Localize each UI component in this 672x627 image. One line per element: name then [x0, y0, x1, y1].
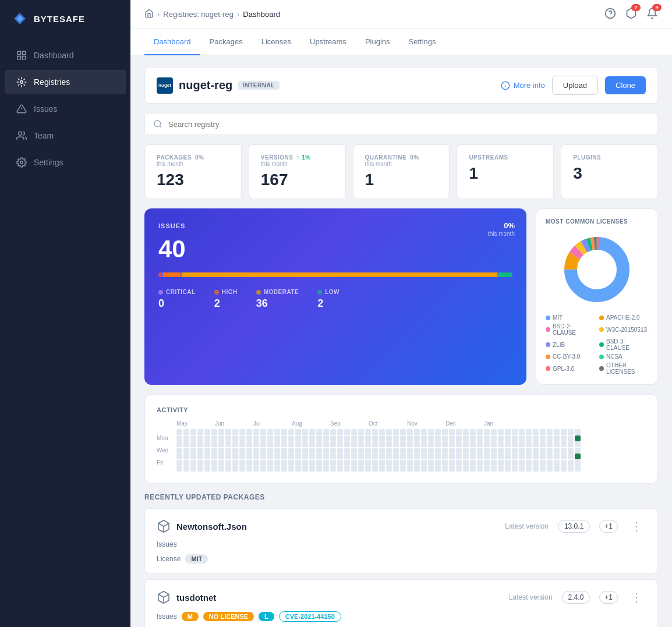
packages-button[interactable]: 2 [625, 8, 637, 22]
clone-button[interactable]: Clone [605, 76, 646, 94]
sidebar-item-label: Team [34, 131, 54, 140]
help-button[interactable] [604, 8, 616, 22]
legend-mit: MIT [546, 314, 595, 321]
tab-dashboard[interactable]: Dashboard [144, 29, 200, 55]
stat-label-quarantine: QUARANTINE 0% [365, 154, 438, 161]
stat-label-packages: PACKAGES 0% [157, 154, 229, 161]
svg-rect-1 [23, 51, 26, 54]
activity-row-0 [157, 429, 646, 435]
nav-tabs: Dashboard Packages Licenses Upstreams Pl… [130, 29, 672, 55]
bar-critical [158, 272, 162, 277]
kebab-menu-1[interactable]: ⋮ [627, 518, 646, 534]
stat-card-packages: PACKAGES 0% this month 123 [144, 144, 242, 199]
notifications-badge: 9 [652, 4, 662, 11]
stat-value-upstreams: 1 [469, 164, 542, 183]
stat-card-versions: VERSIONS ↑ 1% this month 167 [249, 144, 346, 199]
sidebar-item-team[interactable]: Team [5, 123, 126, 148]
svg-rect-0 [17, 51, 20, 54]
legend-dot-bsd3 [599, 342, 604, 347]
activity-row-2 [157, 441, 646, 447]
kebab-menu-2[interactable]: ⋮ [627, 589, 646, 605]
registry-actions: More info Upload Clone [501, 76, 646, 95]
sidebar-item-dashboard[interactable]: Dashboard [5, 43, 126, 68]
home-icon[interactable] [144, 9, 154, 20]
license-label-1: License [157, 555, 181, 563]
sidebar-item-registries[interactable]: Registries [5, 70, 126, 94]
issues-count: 40 [158, 235, 512, 263]
version-badge-1: 13.0.1 [558, 520, 590, 533]
breadcrumb: › Registries: nuget-reg › Dashboard [144, 9, 280, 20]
low-value: 2 [317, 297, 339, 310]
sidebar-item-label: Dashboard [34, 51, 74, 60]
dot-low [317, 290, 322, 295]
issues-percent: 0% this month [488, 220, 515, 237]
search-input[interactable] [168, 120, 649, 129]
notifications-button[interactable]: 9 [646, 8, 658, 22]
donut-chart [546, 232, 648, 307]
licenses-title: MOST COMMON LICENSES [546, 218, 648, 225]
legend-dot-bsd2 [546, 327, 550, 332]
stat-label-upstreams: UPSTREAMS [469, 154, 542, 161]
breakdown-moderate: MODERATE 36 [256, 289, 299, 310]
svg-point-7 [19, 132, 22, 135]
svg-point-8 [20, 161, 23, 164]
stat-sub-packages: this month [157, 161, 229, 167]
package-card-newtonsoft: Newtonsoft.Json Latest version 13.0.1 +1… [144, 508, 658, 573]
plus-badge-2: +1 [599, 591, 618, 604]
legend-w3c: W3C-20150513 [599, 323, 648, 336]
more-info-button[interactable]: More info [501, 81, 545, 90]
stat-change-packages: 0% [195, 154, 204, 161]
stats-row: PACKAGES 0% this month 123 VERSIONS ↑ 1%… [144, 144, 658, 199]
tab-settings[interactable]: Settings [399, 29, 445, 55]
dot-moderate [256, 290, 261, 295]
top-header: › Registries: nuget-reg › Dashboard 2 9 [130, 0, 672, 29]
sidebar-item-label: Settings [34, 158, 63, 167]
license-legend: MIT APACHE-2.0 BSD-2-CLAUSE W3C-20150513 [546, 314, 648, 375]
activity-grid-rows: MonWedFri [157, 429, 646, 472]
activity-row-3: Wed [157, 447, 646, 454]
stat-label-versions: VERSIONS ↑ 1% [261, 154, 334, 161]
package-header-tusdotnet: tusdotnet Latest version 2.4.0 +1 ⋮ [157, 589, 646, 605]
activity-months: May Jun Jul Aug Sep Oct Nov Dec Jan [157, 420, 646, 427]
legend-dot-w3c [599, 327, 604, 332]
dot-critical [158, 290, 163, 295]
severity-m-tag: M [182, 612, 199, 621]
svg-line-15 [160, 126, 161, 127]
stat-change-quarantine: 0% [410, 154, 419, 161]
legend-bsd3: BSD-3-CLAUSE [599, 338, 648, 351]
license-tag-mit: MIT [185, 554, 208, 564]
issues-label-1: Issues [157, 540, 177, 548]
activity-title: ACTIVITY [157, 406, 646, 413]
tab-licenses[interactable]: Licenses [252, 29, 300, 55]
main-content: › Registries: nuget-reg › Dashboard 2 9 … [130, 0, 672, 627]
packages-badge: 2 [631, 4, 641, 11]
activity-grid: May Jun Jul Aug Sep Oct Nov Dec Jan MonW… [157, 420, 646, 472]
nuget-icon: nuget [157, 77, 173, 94]
breakdown-critical: CRITICAL 0 [158, 289, 196, 310]
legend-apache: APACHE-2.0 [599, 314, 648, 321]
sidebar-item-settings[interactable]: Settings [5, 150, 126, 175]
issues-card: ISSUES 0% this month 40 CRITICAL 0 [144, 208, 526, 385]
legend-bsd2: BSD-2-CLAUSE [546, 323, 595, 336]
tab-plugins[interactable]: Plugins [356, 29, 399, 55]
svg-point-14 [154, 121, 161, 127]
info-icon [501, 81, 510, 90]
breadcrumb-registries[interactable]: Registries: nuget-reg [163, 10, 234, 19]
stat-sub-versions: this month [261, 161, 334, 167]
stat-value-quarantine: 1 [365, 171, 438, 189]
svg-rect-2 [17, 56, 20, 59]
recently-updated-section: RECENTLY UPDATED PACKAGES Newtonsoft.Jso… [144, 493, 658, 627]
activity-row-1: Mon [157, 435, 646, 441]
svg-rect-3 [23, 56, 26, 59]
latest-version-label-2: Latest version [509, 593, 553, 601]
legend-other: OTHER LICENSES [599, 362, 648, 375]
tab-upstreams[interactable]: Upstreams [300, 29, 356, 55]
sidebar-item-issues[interactable]: Issues [5, 97, 126, 121]
upload-button[interactable]: Upload [552, 76, 598, 95]
tab-packages[interactable]: Packages [200, 29, 252, 55]
dot-high [214, 290, 219, 295]
legend-dot-gpl [546, 366, 550, 371]
issues-icon [16, 104, 27, 114]
package-name-newtonsoft: Newtonsoft.Json [176, 522, 247, 532]
stat-label-plugins: PLUGINS [573, 154, 646, 161]
